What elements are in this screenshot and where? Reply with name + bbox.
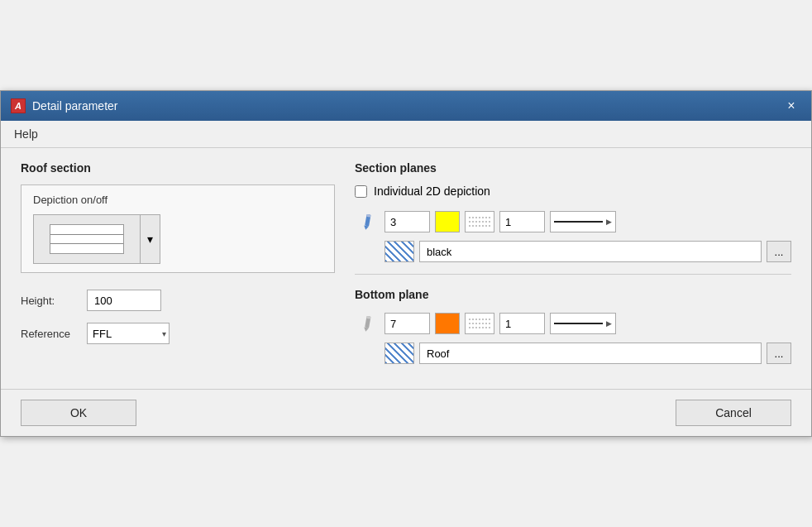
title-bar: A Detail parameter × bbox=[1, 91, 811, 121]
individual-2d-checkbox[interactable] bbox=[355, 185, 367, 198]
top-pencil-icon[interactable] bbox=[355, 209, 380, 234]
right-panel: Section planes Individual 2D depiction bbox=[355, 161, 791, 376]
close-button[interactable]: × bbox=[781, 96, 801, 116]
individual-2d-label: Individual 2D depiction bbox=[374, 184, 490, 198]
depiction-preview bbox=[33, 214, 141, 264]
line-select-arrow: ▶ bbox=[606, 218, 612, 226]
top-plane-color-box[interactable] bbox=[435, 211, 460, 232]
dropdown-arrow-icon: ▾ bbox=[147, 232, 153, 246]
top-plane-line-select[interactable]: ▶ bbox=[550, 211, 616, 232]
top-plane-number2-input[interactable] bbox=[499, 211, 545, 232]
bottom-plane-pattern-icon[interactable] bbox=[465, 313, 494, 334]
app-icon: A bbox=[11, 98, 26, 113]
section-planes-title: Section planes bbox=[355, 161, 791, 175]
dialog-body: Roof section Depiction on/off ▾ bbox=[1, 148, 811, 389]
bottom-plane-ellipsis-btn[interactable]: ... bbox=[767, 343, 791, 364]
top-hatch-icon bbox=[385, 241, 414, 262]
line-preview bbox=[554, 221, 603, 223]
dialog-window: A Detail parameter × Help Roof section D… bbox=[0, 90, 812, 437]
bottom-plane-text-input[interactable] bbox=[419, 343, 762, 364]
height-label: Height: bbox=[21, 295, 87, 307]
top-plane-ellipsis-btn[interactable]: ... bbox=[767, 241, 791, 262]
top-plane-pattern-icon[interactable] bbox=[465, 211, 494, 232]
top-plane-row2: ... bbox=[355, 241, 791, 262]
bottom-line-preview bbox=[554, 323, 603, 324]
depiction-line-top bbox=[50, 234, 123, 235]
bottom-plane-title: Bottom plane bbox=[355, 288, 791, 301]
depiction-combo[interactable]: ▾ bbox=[33, 214, 322, 264]
depiction-dropdown-arrow[interactable]: ▾ bbox=[141, 214, 160, 264]
bottom-hatch-icon bbox=[385, 343, 414, 364]
depiction-inner bbox=[50, 224, 124, 254]
bottom-plane-number-input[interactable] bbox=[385, 313, 430, 334]
reference-select-wrapper: FFL SFL CL ▾ bbox=[87, 323, 170, 344]
bottom-pencil-icon[interactable] bbox=[355, 311, 380, 336]
top-plane-text-input[interactable] bbox=[419, 241, 762, 262]
individual-2d-row: Individual 2D depiction bbox=[355, 184, 791, 198]
cancel-button[interactable]: Cancel bbox=[676, 400, 791, 426]
bottom-plane-row2: ... bbox=[355, 343, 791, 364]
roof-section-title: Roof section bbox=[21, 161, 335, 175]
bottom-plane-number2-input[interactable] bbox=[499, 313, 545, 334]
left-panel: Roof section Depiction on/off ▾ bbox=[21, 161, 335, 376]
bottom-plane-row1: ▶ bbox=[355, 311, 791, 336]
bottom-bar: OK Cancel bbox=[1, 389, 811, 436]
ok-button[interactable]: OK bbox=[21, 400, 136, 426]
reference-select[interactable]: FFL SFL CL bbox=[87, 323, 170, 344]
help-label: Help bbox=[14, 127, 38, 141]
bottom-plane-color-box[interactable] bbox=[435, 313, 460, 334]
top-plane-row1: ▶ bbox=[355, 209, 791, 234]
height-input[interactable] bbox=[87, 290, 161, 311]
bottom-plane-line-select[interactable]: ▶ bbox=[550, 313, 616, 334]
reference-label: Reference bbox=[21, 328, 87, 340]
title-bar-left: A Detail parameter bbox=[11, 98, 118, 113]
depiction-label: Depiction on/off bbox=[33, 194, 322, 206]
bottom-plane-section: Bottom plane bbox=[355, 288, 791, 364]
reference-row: Reference FFL SFL CL ▾ bbox=[21, 323, 335, 344]
bottom-line-select-arrow: ▶ bbox=[606, 319, 612, 328]
svg-marker-1 bbox=[363, 225, 369, 230]
depiction-line-bottom bbox=[50, 243, 123, 244]
help-bar: Help bbox=[1, 121, 811, 148]
dialog-title: Detail parameter bbox=[32, 99, 118, 113]
top-plane-number-input[interactable] bbox=[385, 211, 430, 232]
height-row: Height: bbox=[21, 290, 335, 311]
section-separator bbox=[355, 274, 791, 275]
svg-marker-7 bbox=[363, 327, 369, 332]
